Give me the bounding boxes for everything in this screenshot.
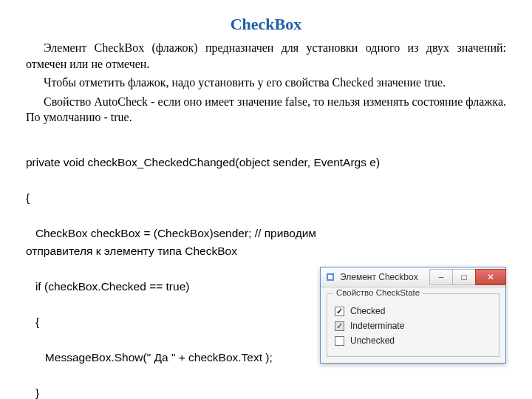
checkbox-label: Indeterminate <box>350 321 404 331</box>
paragraph-1: Элемент CheckBox (флажок) предназначен д… <box>26 40 506 72</box>
code-line: { <box>26 189 506 207</box>
code-line: CheckBox checkBox = (CheckBox)sender; //… <box>26 225 344 260</box>
checkbox-icon[interactable] <box>335 307 344 316</box>
checkbox-row-unchecked[interactable]: Unchecked <box>335 335 491 346</box>
window-title: Элемент Checkbox <box>340 272 429 282</box>
page-title: CheckBox <box>26 15 506 34</box>
svg-rect-1 <box>328 275 332 279</box>
checkbox-label: Unchecked <box>350 335 395 346</box>
checkbox-label: Checked <box>350 306 385 316</box>
checkbox-icon[interactable] <box>335 336 344 346</box>
close-button[interactable]: ✕ <box>475 269 506 285</box>
paragraph-3: Свойство AutoCheck - если оно имеет знач… <box>26 94 506 126</box>
maximize-button[interactable]: □ <box>452 269 476 285</box>
checkbox-icon[interactable] <box>335 321 344 331</box>
groupbox-label: Свойство CheckState <box>333 288 423 297</box>
paragraph-2: Чтобы отметить флажок, надо установить у… <box>26 75 506 91</box>
example-window: Элемент Checkbox – □ ✕ Свойство CheckSta… <box>320 267 506 364</box>
minimize-button[interactable]: – <box>429 269 453 285</box>
titlebar: Элемент Checkbox – □ ✕ <box>321 267 505 287</box>
checkbox-row-indeterminate[interactable]: Indeterminate <box>335 321 491 331</box>
groupbox-checkstate: Свойство CheckState Checked Indeterminat… <box>327 293 499 357</box>
checkbox-row-checked[interactable]: Checked <box>335 306 491 316</box>
code-line: } <box>26 384 506 399</box>
app-icon <box>325 272 335 282</box>
code-line: private void checkBox_CheckedChanged(obj… <box>26 154 506 171</box>
